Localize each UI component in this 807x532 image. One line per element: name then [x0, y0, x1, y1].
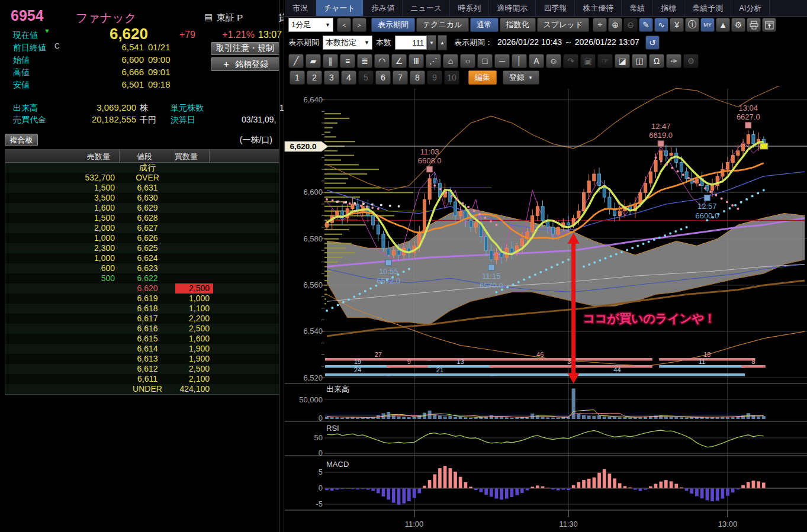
info-icon[interactable]: ⓘ [685, 18, 699, 32]
order-book-row[interactable]: UNDER424,100 [5, 384, 279, 394]
order-book-row[interactable]: 6,6131,900 [5, 354, 279, 364]
ruler-icon[interactable]: ▰ [306, 54, 321, 68]
register-preset-button[interactable]: 登録▼ [503, 70, 539, 85]
order-book-row[interactable]: 6,6202,500 [5, 283, 279, 294]
parallel-lines-icon[interactable]: ∥ [323, 54, 338, 68]
area-chart-icon[interactable]: ▲ [716, 18, 730, 32]
order-book-row[interactable]: 532,700OVER [5, 173, 279, 183]
tab-時系列[interactable]: 時系列 [450, 0, 489, 16]
tab-適時開示[interactable]: 適時開示 [489, 0, 536, 16]
fibonacci-arc-icon[interactable]: ◠ [374, 54, 390, 68]
order-book-row[interactable]: 5006,622 [5, 273, 279, 283]
chart-preset-2[interactable]: 2 [307, 70, 322, 85]
tab-チャート[interactable]: チャート [316, 0, 364, 16]
hand-icon[interactable]: ☞ [597, 54, 613, 68]
my-chart-icon[interactable]: MY [700, 18, 715, 32]
tab-株主優待[interactable]: 株主優待 [575, 0, 622, 16]
tab-歩み値[interactable]: 歩み値 [364, 0, 403, 16]
add-icon[interactable]: ＋ [593, 18, 607, 32]
icon-stamp-icon[interactable]: ☺ [546, 54, 561, 68]
order-book-row[interactable]: 6,6162,500 [5, 324, 279, 334]
chart-canvas[interactable]: 274618199133411824214411:036608.012:4766… [284, 86, 807, 532]
pentagon-icon[interactable]: ⌂ [443, 54, 458, 68]
toolbar-button-通常[interactable]: 通常 [470, 18, 499, 32]
horizontal-lines3-icon[interactable]: ≡ [340, 54, 355, 68]
chart-preset-5[interactable]: 5 [358, 70, 374, 85]
bar-count-input[interactable]: 111 [395, 36, 427, 50]
vertical-grid-icon[interactable]: Ⅲ [409, 54, 424, 68]
order-book-row[interactable]: 2,0006,627 [5, 223, 279, 233]
order-book-row[interactable]: 6,6151,600 [5, 334, 279, 344]
horizontal-lines4-icon[interactable]: ≣ [357, 54, 372, 68]
order-book-row[interactable]: 6,6141,900 [5, 344, 279, 354]
toolbar-button-スプレッド[interactable]: スプレッド [537, 18, 590, 32]
chart-preset-10[interactable]: 10 [444, 70, 459, 85]
order-book-row[interactable]: 6,6112,100 [5, 374, 279, 384]
order-book-row[interactable]: 1,5006,631 [5, 183, 279, 193]
order-book-row[interactable]: 1,5006,628 [5, 213, 279, 223]
fan-lines-icon[interactable]: ∠ [391, 54, 407, 68]
period-mode-select[interactable]: 本数指定 ▼ [323, 36, 372, 50]
draw-pencil-icon[interactable]: ✎ [639, 18, 653, 32]
eraser-all-icon[interactable]: ◫ [632, 54, 647, 68]
order-book-row[interactable]: 成行 [5, 163, 279, 173]
vertical-line-icon[interactable]: │ [512, 54, 527, 68]
wrench-icon[interactable]: ⚙ [731, 18, 745, 32]
edit-presets-button[interactable]: 編集 [468, 70, 497, 85]
text-tool-icon[interactable]: A [529, 54, 544, 68]
reset-range-button[interactable]: ↺ [645, 36, 660, 50]
lock-edit-icon[interactable]: ✑ [666, 54, 681, 68]
chart-preset-9[interactable]: 9 [427, 70, 442, 85]
chart-preset-3[interactable]: 3 [324, 70, 339, 85]
order-book-row[interactable]: 1,0006,624 [5, 253, 279, 263]
prev-period-button[interactable]: ＜ [337, 18, 351, 32]
tab-ニュース[interactable]: ニュース [403, 0, 450, 16]
composite-board-button[interactable]: 複合板 [5, 134, 38, 146]
timeframe-select[interactable]: 1分足 ▼ [288, 18, 333, 32]
chart-preset-4[interactable]: 4 [341, 70, 356, 85]
rectangle-icon[interactable]: □ [477, 54, 493, 68]
toolbar-button-指数化[interactable]: 指数化 [500, 18, 536, 32]
gear-icon[interactable]: ⚙ [683, 54, 699, 68]
chart-preset-7[interactable]: 7 [393, 70, 408, 85]
chart-preset-1[interactable]: 1 [290, 70, 305, 85]
order-book-row[interactable]: 1,0006,626 [5, 233, 279, 243]
yen-icon[interactable]: ¥ [670, 18, 684, 32]
export-icon[interactable] [762, 18, 776, 32]
order-book-row[interactable]: 6006,623 [5, 263, 279, 273]
copy-icon[interactable]: ▣ [580, 54, 596, 68]
order-book-row[interactable]: 6,6191,000 [5, 294, 279, 304]
chart-preset-6[interactable]: 6 [375, 70, 391, 85]
horizontal-line-icon[interactable]: ─ [494, 54, 510, 68]
tab-指標[interactable]: 指標 [653, 0, 684, 16]
zoom-out-icon[interactable]: ⊖ [623, 18, 638, 32]
tab-業績[interactable]: 業績 [622, 0, 653, 16]
tab-業績予測[interactable]: 業績予測 [684, 0, 731, 16]
order-book-row[interactable]: 3,5006,630 [5, 193, 279, 203]
trade-caution-button[interactable]: 取引注意・規制 [211, 42, 279, 55]
count-spin-up-button[interactable]: ▲ [438, 35, 447, 50]
tab-四季報[interactable]: 四季報 [536, 0, 575, 16]
line-cursor-icon[interactable]: ∿ [654, 18, 668, 32]
panel-divider[interactable] [279, 0, 279, 532]
tab-市況[interactable]: 市況 [285, 0, 316, 16]
tab-AI分析[interactable]: AI分析 [731, 0, 770, 16]
toolbar-button-テクニカル[interactable]: テクニカル [416, 18, 469, 32]
order-book-row[interactable]: 6,6181,100 [5, 304, 279, 314]
chart-preset-8[interactable]: 8 [410, 70, 425, 85]
magnet-icon[interactable]: Ω [649, 54, 664, 68]
count-spin-down-button[interactable]: ▼ [427, 35, 436, 50]
ellipse-icon[interactable]: ○ [460, 54, 475, 68]
order-book-row[interactable]: 2,3006,625 [5, 243, 279, 253]
register-symbol-button[interactable]: ＋ 銘柄登録 [211, 57, 279, 71]
angle-lines-icon[interactable]: ⋰ [426, 54, 441, 68]
order-book-row[interactable]: 6,6122,500 [5, 364, 279, 374]
curve-arrow-icon[interactable]: ↷ [563, 54, 578, 68]
print-icon[interactable] [747, 18, 761, 32]
zoom-in-icon[interactable]: ⊕ [608, 18, 622, 32]
toolbar-button-表示期間[interactable]: 表示期間 [371, 18, 415, 32]
trendline-icon[interactable]: ╱ [288, 54, 304, 68]
order-book-row[interactable]: 6,6172,200 [5, 314, 279, 324]
next-period-button[interactable]: ＞ [352, 18, 366, 32]
eraser-icon[interactable]: ◪ [615, 54, 630, 68]
